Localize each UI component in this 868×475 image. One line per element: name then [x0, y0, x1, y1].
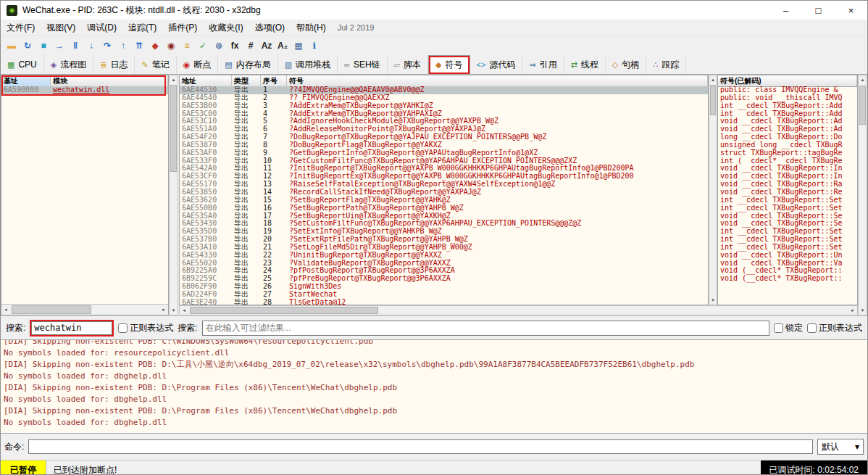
scroll-left-arrow[interactable]: ◂: [1, 305, 10, 315]
menu-view[interactable]: 视图(V): [41, 20, 81, 36]
symbol-row[interactable]: 6AE53850 导出 14 ?RecordCallStackIfNeed@TX…: [180, 189, 708, 197]
column-header-ordinal[interactable]: 序号: [261, 75, 287, 86]
tab-threads[interactable]: ⇄ 线程: [564, 55, 606, 74]
open-file-icon[interactable]: ▬: [4, 38, 20, 53]
column-header-base[interactable]: 基址: [1, 75, 51, 86]
decoded-symbol-line[interactable]: int (__cdecl*__cdecl TXBugRe: [718, 157, 857, 165]
menu-plugins[interactable]: 插件(P): [162, 20, 203, 36]
tab-call-stack[interactable]: ▥ 调用堆栈: [278, 55, 338, 74]
symbols-vertical-scrollbar[interactable]: ▴ ▾: [709, 75, 717, 305]
patches-icon[interactable]: ✓: [195, 38, 211, 53]
tab-memory-map[interactable]: ▤ 内存布局: [218, 55, 277, 74]
symbol-row[interactable]: 6AE3E240 导出 28 TlsGetData@12: [180, 299, 708, 305]
decoded-symbol-line[interactable]: void __cdecl TXBugReport::Un: [718, 252, 857, 260]
regex-checkbox[interactable]: [118, 323, 128, 333]
decoded-symbol-line[interactable]: void __cdecl TXBugReport::Va: [718, 260, 857, 268]
symbol-row[interactable]: 6AD224F0 导出 27 StartWechat: [180, 291, 708, 299]
scroll-down-arrow[interactable]: ▾: [170, 306, 178, 315]
decoded-symbol-line[interactable]: public: void __thiscall IMVQ: [718, 94, 857, 102]
scroll-right-arrow[interactable]: ▸: [848, 306, 857, 315]
module-row[interactable]: 6A590000 wechatwin.dll: [1, 86, 168, 94]
menu-debug[interactable]: 调试(D): [81, 20, 122, 36]
scrollbar-thumb[interactable]: [12, 305, 91, 314]
symbol-row[interactable]: 6AE53C00 导出 4 ?AddExtraMem@TXBugReport@@…: [180, 110, 708, 118]
log-toolbar-icon[interactable]: ≡: [179, 38, 195, 53]
menu-help[interactable]: 帮助(H): [291, 20, 332, 36]
symbol-row[interactable]: 6AE53B00 导出 3 ?AddExtraMem@TXBugReport@@…: [180, 102, 708, 110]
symbol-row[interactable]: 6AE55020 导出 23 ?ValidateBugReport@TXBugR…: [180, 260, 708, 268]
symbol-row[interactable]: 6B062F90 导出 26 SignWith3Des: [180, 283, 708, 291]
scrollbar-thumb[interactable]: [859, 86, 866, 125]
menu-options[interactable]: 选项(O): [249, 20, 291, 36]
decoded-symbol-line[interactable]: void __cdecl TXBugReport::Ra: [718, 181, 857, 189]
tab-breakpoints[interactable]: ◉ 断点: [177, 55, 219, 74]
decoded-symbol-line[interactable]: int __cdecl TXBugReport::Set: [718, 244, 857, 252]
decoded-symbol-line[interactable]: void __cdecl TXBugReport::In: [718, 165, 857, 173]
symbol-row[interactable]: 6AE533F0 导出 10 ?GetCustomFiltFunc@TXBugR…: [180, 157, 708, 165]
command-input[interactable]: [28, 439, 813, 454]
decoded-symbol-line[interactable]: int __cdecl TXBugReport::Add: [718, 102, 857, 110]
decoded-symbol-line[interactable]: void __cdecl TXBugReport::Re: [718, 189, 857, 197]
symbol-row[interactable]: 6AE535D0 导出 19 ?SetExtInfo@TXBugReport@@…: [180, 228, 708, 236]
decoded-symbol-line[interactable]: void __cdecl TXBugReport::Se: [718, 212, 857, 220]
regex2-checkbox[interactable]: [807, 323, 817, 333]
tab-cpu[interactable]: ▦ CPU: [1, 55, 44, 74]
scroll-down-arrow[interactable]: ▾: [859, 306, 867, 315]
decoded-symbol-line[interactable]: int __cdecl TXBugReport::Set: [718, 205, 857, 212]
column-header-symbol[interactable]: 符号: [287, 75, 708, 86]
tab-source[interactable]: <> 源代码: [470, 55, 523, 74]
scrollbar-thumb[interactable]: [170, 85, 177, 172]
symbol-row[interactable]: 6AE537B0 导出 20 ?SetExtRptFilePath@TXBugR…: [180, 236, 708, 244]
decoded-symbol-line[interactable]: int __cdecl TXBugReport::Set: [718, 236, 857, 244]
execute-till-return-icon[interactable]: ⇈: [131, 38, 147, 53]
scroll-up-arrow[interactable]: ▴: [170, 75, 178, 84]
minimize-button[interactable]: –: [769, 1, 802, 20]
scroll-up-arrow[interactable]: ▴: [709, 75, 717, 84]
restart-icon[interactable]: ↻: [20, 38, 36, 53]
scroll-up-arrow[interactable]: ▴: [859, 75, 867, 84]
step-into-icon[interactable]: ↓: [83, 38, 99, 53]
tab-handles[interactable]: ◇ 句柄: [606, 55, 646, 74]
symbol-row[interactable]: 6AE44530 导出 1 ??4IMVQQEngine@@QAEAAV0@AB…: [180, 86, 708, 94]
breakpoints-icon[interactable]: ◉: [163, 38, 179, 53]
symbol-row[interactable]: 6AE53870 导出 8 ?DoBugReportFlag@TXBugRepo…: [180, 141, 708, 149]
modules-horizontal-scrollbar[interactable]: ◂ ▸: [1, 304, 168, 315]
calculator-icon[interactable]: #: [243, 38, 259, 53]
command-profile-dropdown[interactable]: 默认 ▾: [817, 439, 864, 455]
decoded-symbol-line[interactable]: public: class IMVQQEngine &: [718, 86, 857, 94]
symbol-row[interactable]: 6AE53A10 导出 21 ?SetLogFileMd5Dir@TXBugRe…: [180, 244, 708, 252]
decoded-symbol-line[interactable]: unsigned long __cdecl TXBugR: [718, 141, 857, 149]
decoded-symbol-line[interactable]: struct TXBugReport::tagBugRe: [718, 149, 857, 157]
scroll-down-arrow[interactable]: ▾: [709, 296, 717, 305]
help-icon[interactable]: ℹ: [306, 38, 322, 53]
scrollbar-thumb[interactable]: [710, 85, 716, 115]
symbol-row[interactable]: 6AE53430 导出 18 ?SetCustomFiltFunc@TXBugR…: [180, 220, 708, 228]
decoded-symbol-line[interactable]: int __cdecl TXBugReport::Add: [718, 110, 857, 118]
scrollbar-thumb[interactable]: [190, 307, 378, 314]
symbol-row[interactable]: 6AE54330 导出 22 ?UninitBugReport@TXBugRep…: [180, 252, 708, 260]
fx-icon[interactable]: fx: [227, 38, 243, 53]
menu-favourites[interactable]: 收藏夹(I): [203, 20, 249, 36]
symbol-row[interactable]: 6AE53AF0 导出 9 ?GetBugReportInfo@TXBugRep…: [180, 149, 708, 157]
case-icon[interactable]: Az: [259, 38, 275, 53]
decoded-symbol-line[interactable]: int __cdecl TXBugReport::Set: [718, 197, 857, 205]
decoded-symbol-line[interactable]: int __cdecl TXBugReport::Set: [718, 228, 857, 236]
symbol-row[interactable]: 6AE535A0 导出 17 ?SetBugReportUin@TXBugRep…: [180, 212, 708, 220]
decoded-symbol-line[interactable]: void __cdecl TXBugReport::In: [718, 173, 857, 181]
tab-symbols[interactable]: ◆ 符号: [428, 55, 470, 74]
decoded-symbol-line[interactable]: void (__cdecl* TXBugReport::: [718, 267, 857, 275]
tab-graph[interactable]: ◈ 流程图: [44, 55, 93, 74]
tab-trace[interactable]: ∴ 跟踪: [646, 55, 686, 74]
stop-icon[interactable]: ■: [36, 38, 51, 53]
tab-seh[interactable]: ∞ SEH链: [338, 55, 388, 74]
symbol-row[interactable]: 6AE44540 导出 2 ??_FIMVQQEngine@@QAEXXZ: [180, 94, 708, 102]
symbol-row[interactable]: 6AE542A0 导出 11 ?InitBugReport@TXBugRepor…: [180, 165, 708, 173]
symbols-horizontal-scrollbar[interactable]: ◂ ▸: [179, 305, 858, 315]
maximize-button[interactable]: □: [802, 1, 835, 20]
font-icon[interactable]: A₂: [275, 38, 291, 53]
symbol-row[interactable]: 6AE55170 导出 13 ?RaiseSelfFatalException@…: [180, 181, 708, 189]
symbol-filter-input[interactable]: [202, 321, 769, 336]
decoded-symbol-line[interactable]: void (__cdecl* TXBugReport::: [718, 275, 857, 283]
run-icon[interactable]: →: [51, 38, 67, 53]
scroll-right-arrow[interactable]: ▸: [159, 305, 168, 315]
